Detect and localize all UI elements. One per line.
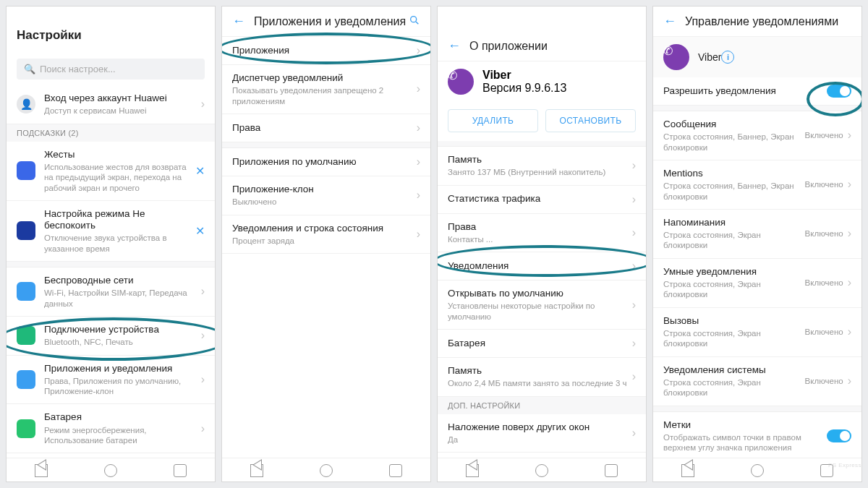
battery-icon xyxy=(17,419,35,438)
list[interactable]: ✆ ViberВерсия 9.9.6.13 УДАЛИТЬ ОСТАНОВИТ… xyxy=(438,61,646,458)
info-icon[interactable]: i xyxy=(721,51,734,64)
hints-header[interactable]: ПОДСКАЗКИ (2) xyxy=(7,124,215,142)
app-row: ✆ Viber i xyxy=(653,37,861,77)
row-write-settings[interactable]: Запись системных настроекНет› xyxy=(438,453,646,458)
nav-bar xyxy=(438,458,646,481)
svg-line-1 xyxy=(416,22,418,24)
chevron-right-icon: › xyxy=(201,329,205,342)
nav-home-icon[interactable] xyxy=(320,464,333,477)
chevron-right-icon: › xyxy=(417,44,420,57)
nav-home-icon[interactable] xyxy=(535,464,548,477)
item-connections[interactable]: Подключение устройстваBluetooth, NFC, Пе… xyxy=(7,317,215,356)
nav-home-icon[interactable] xyxy=(751,464,764,477)
divider xyxy=(222,142,430,148)
list[interactable]: ✆ Viber i Разрешить уведомления Сообщени… xyxy=(653,37,861,458)
back-arrow-icon[interactable]: ← xyxy=(448,38,461,53)
channel-system[interactable]: Уведомления системыСтрока состояния, Экр… xyxy=(653,357,861,406)
search-placeholder: Поиск настроек... xyxy=(40,64,116,74)
row-overlay[interactable]: Наложение поверх других оконДа› xyxy=(438,414,646,453)
channel-reminders[interactable]: НапоминанияСтрока состояния, Экран блоки… xyxy=(653,210,861,259)
phone-app-info: ← О приложении ✆ ViberВерсия 9.9.6.13 УД… xyxy=(437,6,647,482)
row-open-default[interactable]: Открывать по умолчаниюУстановлены некото… xyxy=(438,281,646,330)
row-apps[interactable]: Приложения› xyxy=(222,37,430,65)
row-notifications[interactable]: Уведомления› xyxy=(438,252,646,281)
chevron-right-icon: › xyxy=(632,226,636,239)
row-memory[interactable]: ПамятьОколо 2,4 МБ памяти занято за посл… xyxy=(438,358,646,397)
item-wireless[interactable]: Беспроводные сетиWi-Fi, Настройки SIM-ка… xyxy=(7,267,215,317)
close-icon[interactable]: ✕ xyxy=(195,164,205,178)
nav-back-icon[interactable] xyxy=(35,464,48,477)
phone-notif-mgmt: ← Управление уведомлениями ✆ Viber i Раз… xyxy=(652,6,862,482)
nav-back-icon[interactable] xyxy=(466,464,479,477)
row-permissions[interactable]: ПраваКонтакты ...› xyxy=(438,214,646,253)
action-buttons: УДАЛИТЬ ОСТАНОВИТЬ xyxy=(438,102,646,141)
uninstall-button[interactable]: УДАЛИТЬ xyxy=(448,109,538,132)
nav-back-icon[interactable] xyxy=(681,464,694,477)
row-notif-status[interactable]: Уведомления и строка состоянияПроцент за… xyxy=(222,215,430,254)
header-title: Управление уведомлениями xyxy=(685,15,851,28)
watermark: PS Express xyxy=(826,446,864,484)
apps-icon xyxy=(17,370,35,389)
nav-bar xyxy=(222,458,430,481)
hint-dnd[interactable]: Настройка режима Не беспокоитьОтключение… xyxy=(7,201,215,262)
avatar-icon: 👤 xyxy=(17,95,35,114)
chevron-right-icon: › xyxy=(201,285,205,298)
chevron-right-icon: › xyxy=(417,121,420,134)
toggle-allow[interactable] xyxy=(827,85,851,98)
search-icon[interactable] xyxy=(409,14,420,29)
list[interactable]: Приложения› Диспетчер уведомленийПоказыв… xyxy=(222,37,430,458)
header-title: Приложения и уведомления xyxy=(254,15,409,28)
nav-recent-icon[interactable] xyxy=(389,464,402,477)
close-icon[interactable]: ✕ xyxy=(195,224,205,238)
chevron-right-icon: › xyxy=(632,370,636,383)
nav-bar xyxy=(7,458,215,481)
channel-mentions[interactable]: MentionsСтрока состояния, Баннер, Экран … xyxy=(653,160,861,210)
row-storage[interactable]: ПамятьЗанято 137 МБ (Внутренний накопите… xyxy=(438,147,646,186)
account-row[interactable]: 👤 Вход через аккаунт Huawei Доступ к сер… xyxy=(7,85,215,124)
chevron-right-icon: › xyxy=(632,427,636,440)
wifi-icon xyxy=(17,282,35,301)
nav-home-icon[interactable] xyxy=(104,464,117,477)
divider xyxy=(653,406,861,412)
row-app-clone[interactable]: Приложение-клонВыключено› xyxy=(222,176,430,215)
row-traffic[interactable]: Статистика трафика› xyxy=(438,186,646,214)
item-apps-notifications[interactable]: Приложения и уведомленияПрава, Приложени… xyxy=(7,356,215,405)
channel-smart[interactable]: Умные уведомленияСтрока состояния, Экран… xyxy=(653,259,861,308)
header: ← Управление уведомлениями xyxy=(653,7,861,37)
chevron-right-icon: › xyxy=(417,228,420,241)
item-display[interactable]: ЭкранЗащита зрения, Стиль рабочего экран… xyxy=(7,453,215,458)
row-default-apps[interactable]: Приложения по умолчанию› xyxy=(222,148,430,176)
back-arrow-icon[interactable]: ← xyxy=(663,14,676,29)
row-allow-notifications[interactable]: Разрешить уведомления xyxy=(653,77,861,106)
chevron-right-icon: › xyxy=(632,299,636,312)
nav-recent-icon[interactable] xyxy=(605,464,618,477)
phone-settings: Настройки 🔍 Поиск настроек... 👤 Вход чер… xyxy=(6,6,216,482)
phone-apps-notifications: ← Приложения и уведомления Приложения› Д… xyxy=(221,6,431,482)
account-title: Вход через аккаунт Huawei xyxy=(44,93,198,104)
row-permissions[interactable]: Права› xyxy=(222,114,430,142)
viber-icon: ✆ xyxy=(448,69,474,95)
channel-messages[interactable]: СообщенияСтрока состояния, Баннер, Экран… xyxy=(653,111,861,160)
channel-calls[interactable]: ВызовыСтрока состояния, Экран блокировки… xyxy=(653,308,861,357)
settings-scroll[interactable]: Настройки 🔍 Поиск настроек... 👤 Вход чер… xyxy=(7,7,215,458)
chevron-right-icon: › xyxy=(201,422,205,435)
chevron-right-icon: › xyxy=(632,193,636,206)
row-badges[interactable]: МеткиОтображать символ точки в правом ве… xyxy=(653,412,861,458)
viber-icon: ✆ xyxy=(663,44,689,70)
row-notif-mgr[interactable]: Диспетчер уведомленийПоказывать уведомле… xyxy=(222,65,430,114)
chevron-right-icon: › xyxy=(632,260,636,273)
nav-recent-icon[interactable] xyxy=(174,464,187,477)
search-input[interactable]: 🔍 Поиск настроек... xyxy=(17,59,205,80)
row-battery[interactable]: Батарея› xyxy=(438,330,646,358)
nav-back-icon[interactable] xyxy=(250,464,263,477)
hint-gestures[interactable]: ЖестыИспользование жестов для возврата н… xyxy=(7,142,215,201)
force-stop-button[interactable]: ОСТАНОВИТЬ xyxy=(545,109,636,132)
gesture-icon xyxy=(17,161,35,180)
back-arrow-icon[interactable]: ← xyxy=(232,14,245,29)
header-title: О приложении xyxy=(469,40,636,53)
toggle-badges[interactable] xyxy=(827,429,851,442)
item-battery[interactable]: БатареяРежим энергосбережения, Использов… xyxy=(7,404,215,453)
svg-point-0 xyxy=(411,16,417,22)
chevron-right-icon: › xyxy=(201,373,205,386)
moon-icon xyxy=(17,221,35,240)
